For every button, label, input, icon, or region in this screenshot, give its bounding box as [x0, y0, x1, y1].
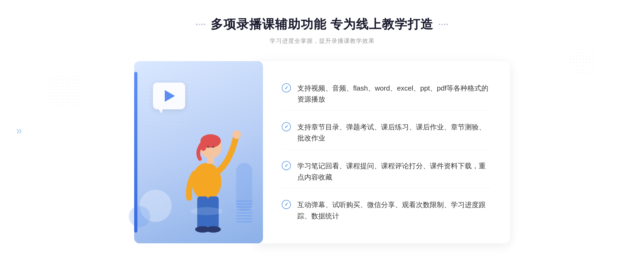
check-circle-1: ✓: [282, 83, 291, 92]
check-circle-3: ✓: [282, 161, 291, 170]
check-mark-icon: ✓: [284, 202, 288, 207]
person-figure: [166, 109, 247, 243]
feature-text-4: 互动弹幕、试听购买、微信分享、观看次数限制、学习进度跟踪、数据统计: [297, 199, 491, 222]
double-chevron-icon: »: [16, 125, 22, 137]
header-section: 多项录播课辅助功能 专为线上教学打造 学习进度全掌握，提升录播课教学效果: [196, 16, 448, 45]
page-wrapper: » 多项录播课辅助功能 专为线上教学打造 学习进度全掌握，提升录播课教学效果: [0, 0, 644, 261]
svg-point-4: [232, 130, 241, 139]
header-dot: [444, 24, 445, 25]
bg-dots-left: [48, 75, 80, 107]
play-icon: [165, 90, 175, 102]
feature-item-3: ✓ 学习笔记回看、课程提问、课程评论打分、课件资料下载，重点内容收藏: [282, 155, 491, 188]
header-dot: [439, 24, 440, 25]
header-title-row: 多项录播课辅助功能 专为线上教学打造: [196, 16, 448, 33]
check-circle-2: ✓: [282, 122, 291, 131]
check-mark-icon: ✓: [284, 85, 288, 90]
feature-text-3: 学习笔记回看、课程提问、课程评论打分、课件资料下载，重点内容收藏: [297, 161, 491, 183]
header-dots-left: [196, 24, 205, 25]
check-circle-4: ✓: [282, 200, 291, 209]
header-dot: [196, 24, 197, 25]
header-dots-right: [439, 24, 448, 25]
feature-item-1: ✓ 支持视频、音频、flash、word、excel、ppt、pdf等各种格式的…: [282, 77, 491, 111]
illustration-card: [134, 61, 263, 243]
svg-point-0: [192, 163, 221, 200]
svg-point-11: [212, 146, 214, 148]
bg-dots-right: [569, 48, 596, 75]
check-mark-icon: ✓: [284, 124, 288, 129]
feature-text-1: 支持视频、音频、flash、word、excel、ppt、pdf等各种格式的资源…: [297, 83, 491, 105]
header-dot: [201, 24, 203, 25]
header-dot: [441, 24, 443, 25]
feature-item-4: ✓ 互动弹幕、试听购买、微信分享、观看次数限制、学习进度跟踪、数据统计: [282, 194, 491, 227]
svg-point-10: [207, 146, 209, 148]
header-dot: [204, 24, 205, 25]
svg-point-12: [191, 207, 223, 215]
svg-rect-9: [207, 157, 214, 164]
svg-point-8: [206, 226, 221, 233]
main-title: 多项录播课辅助功能 专为线上教学打造: [211, 16, 434, 33]
play-bubble: [153, 83, 185, 109]
check-mark-icon: ✓: [284, 163, 288, 168]
subtitle: 学习进度全掌握，提升录播课教学效果: [196, 37, 448, 45]
features-card: ✓ 支持视频、音频、flash、word、excel、ppt、pdf等各种格式的…: [255, 61, 510, 243]
header-dot: [199, 24, 200, 25]
content-area: ✓ 支持视频、音频、flash、word、excel、ppt、pdf等各种格式的…: [134, 61, 510, 243]
deco-circle-2: [129, 206, 150, 227]
feature-item-2: ✓ 支持章节目录、弹题考试、课后练习、课后作业、章节测验、批改作业: [282, 116, 491, 150]
feature-text-2: 支持章节目录、弹题考试、课后练习、课后作业、章节测验、批改作业: [297, 122, 491, 144]
blue-side-bar: [134, 72, 137, 233]
header-dot: [447, 24, 448, 25]
